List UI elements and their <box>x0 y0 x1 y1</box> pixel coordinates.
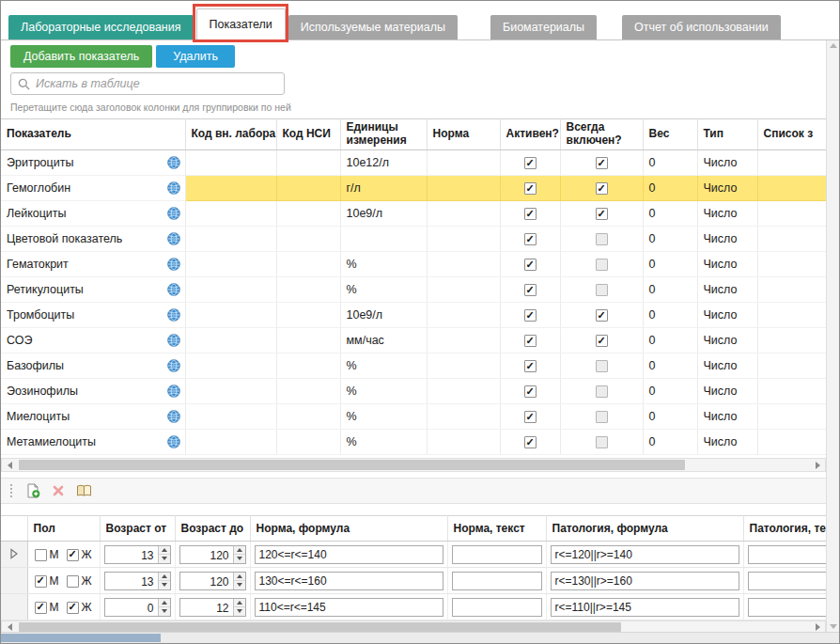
search-box[interactable] <box>10 72 285 95</box>
toolbar-grip-handle[interactable] <box>8 484 14 497</box>
spinner-up-icon[interactable] <box>234 546 245 556</box>
indicator-row[interactable]: Тромбоциты 10е9/л 0 Число <box>1 303 826 328</box>
globe-icon[interactable] <box>167 410 180 423</box>
norm-formula-input[interactable] <box>255 598 443 617</box>
scroll-left-icon[interactable] <box>2 459 17 471</box>
female-checkbox[interactable] <box>67 575 79 588</box>
active-checkbox[interactable] <box>524 208 537 220</box>
tab-lab-research[interactable]: Лабораторные исследования <box>8 15 194 39</box>
reference-book-icon[interactable] <box>76 484 92 497</box>
always-included-checkbox[interactable] <box>596 309 608 322</box>
pathology-formula-input[interactable] <box>551 598 739 617</box>
active-checkbox[interactable] <box>524 385 537 398</box>
globe-icon[interactable] <box>167 435 180 448</box>
col-header-type[interactable]: Тип <box>697 119 757 150</box>
norm-row[interactable]: МЖ 0 12 <box>1 594 826 620</box>
pathology-text-input[interactable] <box>748 545 827 564</box>
pathology-formula-input[interactable] <box>551 572 739 590</box>
spinner-down-icon[interactable] <box>234 555 245 563</box>
age-from-input[interactable]: 13 <box>104 545 171 564</box>
norm-text-input[interactable] <box>452 572 542 590</box>
window-hscroll-thumb[interactable] <box>1 634 161 642</box>
col-header-norm[interactable]: Норма <box>427 119 500 150</box>
vertical-scrollbar[interactable] <box>826 40 839 632</box>
tab-usage-report[interactable]: Отчет об использовании <box>622 15 781 39</box>
col-header-pathology-text[interactable]: Патология, те <box>743 516 826 542</box>
norm-text-input[interactable] <box>452 545 542 564</box>
tab-biomaterials[interactable]: Биоматериалы <box>490 15 597 39</box>
col-header-nsi-code[interactable]: Код НСИ <box>276 119 340 150</box>
col-header-value-list[interactable]: Список з <box>757 119 826 150</box>
delete-record-icon[interactable] <box>52 484 65 497</box>
active-checkbox[interactable] <box>524 157 537 169</box>
row-selector[interactable] <box>1 568 27 594</box>
age-from-input[interactable]: 13 <box>104 572 171 590</box>
indicator-row[interactable]: Миелоциты % 0 Число <box>1 404 826 430</box>
age-from-input[interactable]: 0 <box>104 598 171 617</box>
spinner-up-icon[interactable] <box>159 599 170 608</box>
indicator-row[interactable]: Гемоглобин г/л 0 Число <box>1 176 826 201</box>
col-header-indicator[interactable]: Показатель <box>1 119 185 150</box>
active-checkbox[interactable] <box>524 335 537 347</box>
always-included-checkbox[interactable] <box>596 157 608 169</box>
always-included-checkbox[interactable] <box>596 436 608 448</box>
row-selector[interactable] <box>1 542 27 568</box>
globe-icon[interactable] <box>167 283 180 296</box>
pathology-text-input[interactable] <box>748 598 827 617</box>
main-hscroll-track[interactable] <box>17 459 810 471</box>
always-included-checkbox[interactable] <box>596 385 608 398</box>
norm-row[interactable]: МЖ 13 120 <box>1 568 826 594</box>
add-indicator-button[interactable]: Добавить показатель <box>10 45 152 68</box>
spinner-down-icon[interactable] <box>234 581 245 589</box>
active-checkbox[interactable] <box>524 411 537 423</box>
indicator-row[interactable]: Цветовой показатель 0 Число <box>1 227 826 252</box>
norm-formula-input[interactable] <box>255 545 443 564</box>
spinner-up-icon[interactable] <box>234 599 245 608</box>
indicator-row[interactable]: Лейкоциты 10е9/л 0 Число <box>1 201 826 227</box>
female-checkbox[interactable] <box>67 549 79 561</box>
male-checkbox[interactable] <box>35 602 47 614</box>
spinner-up-icon[interactable] <box>159 546 170 556</box>
always-included-checkbox[interactable] <box>596 284 608 296</box>
male-checkbox[interactable] <box>35 549 47 561</box>
globe-icon[interactable] <box>167 385 180 398</box>
col-header-norm-text[interactable]: Норма, текст <box>447 516 546 542</box>
active-checkbox[interactable] <box>524 233 537 245</box>
globe-icon[interactable] <box>167 232 180 245</box>
indicator-row[interactable]: Эритроциты 10е12/л 0 Число <box>1 150 826 176</box>
col-header-age-from[interactable]: Возраст от <box>100 516 175 542</box>
norm-text-input[interactable] <box>452 598 542 617</box>
globe-icon[interactable] <box>167 334 180 347</box>
age-to-spinner[interactable] <box>233 573 245 589</box>
main-hscrollbar[interactable] <box>1 458 826 472</box>
col-header-norm-formula[interactable]: Норма, формула <box>250 516 447 542</box>
always-included-checkbox[interactable] <box>596 360 608 372</box>
age-from-spinner[interactable] <box>158 599 170 616</box>
row-selector[interactable] <box>1 594 27 620</box>
globe-icon[interactable] <box>167 156 180 169</box>
age-to-spinner[interactable] <box>233 546 245 563</box>
spinner-down-icon[interactable] <box>234 607 245 616</box>
globe-icon[interactable] <box>167 258 180 271</box>
add-record-icon[interactable] <box>25 483 40 498</box>
indicator-row[interactable]: Метамиелоциты % 0 Число <box>1 430 826 455</box>
age-to-input[interactable]: 12 <box>179 598 246 617</box>
col-header-units[interactable]: Единицы измерения <box>340 119 427 150</box>
indicator-row[interactable]: Ретикулоциты % 0 Число <box>1 277 826 303</box>
spinner-down-icon[interactable] <box>159 581 170 589</box>
indicator-row[interactable]: Базофилы % 0 Число <box>1 353 826 379</box>
always-included-checkbox[interactable] <box>596 208 608 220</box>
active-checkbox[interactable] <box>524 436 537 448</box>
globe-icon[interactable] <box>167 308 180 322</box>
col-header-always-included[interactable]: Всегда включен? <box>560 119 643 150</box>
delete-indicator-button[interactable]: Удалить <box>156 45 235 68</box>
main-hscroll-thumb[interactable] <box>19 460 685 470</box>
col-header-pathology-formula[interactable]: Патология, формула <box>546 516 743 542</box>
active-checkbox[interactable] <box>524 360 537 372</box>
spinner-up-icon[interactable] <box>159 573 170 582</box>
tab-used-materials[interactable]: Используемые материалы <box>288 15 458 39</box>
male-checkbox[interactable] <box>35 575 47 588</box>
age-to-spinner[interactable] <box>233 599 245 616</box>
age-to-input[interactable]: 120 <box>179 572 246 590</box>
always-included-checkbox[interactable] <box>596 335 608 347</box>
